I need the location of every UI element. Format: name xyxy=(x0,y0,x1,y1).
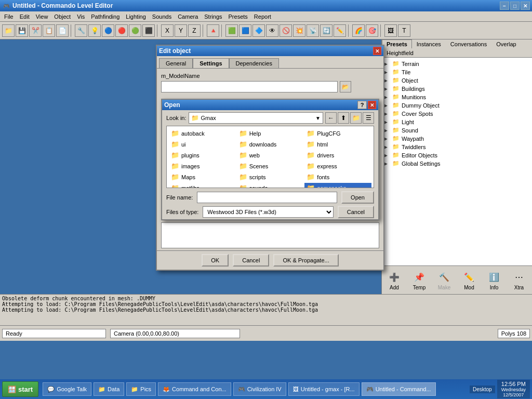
toolbar-button[interactable]: 💥 xyxy=(293,24,305,37)
cancel-button[interactable]: Cancel xyxy=(233,254,269,267)
menu-item-vis[interactable]: Vis xyxy=(74,12,88,21)
toolbar-button[interactable]: 🔴 xyxy=(115,24,128,37)
edit-tab-settings[interactable]: Settings xyxy=(193,58,229,68)
menu-item-lighting[interactable]: Lighting xyxy=(123,12,149,21)
file-item[interactable]: 📁Help xyxy=(237,128,304,138)
tree-item[interactable]: ▶📁Waypath xyxy=(384,135,530,143)
toolbar-button[interactable]: 🟩 xyxy=(225,24,238,37)
tree-item[interactable]: ▶📁Cover Spots xyxy=(384,110,530,118)
toolbar-button[interactable]: ✂️ xyxy=(29,24,42,37)
file-item[interactable]: 📁html xyxy=(304,139,371,149)
panel-tab-instances[interactable]: Instances xyxy=(412,39,446,48)
maximize-button[interactable]: □ xyxy=(510,2,520,10)
menu-item-object[interactable]: Object xyxy=(51,12,74,21)
open-file-button[interactable]: Open xyxy=(341,191,374,204)
toolbar-button[interactable]: Y xyxy=(175,24,187,37)
tree-item[interactable]: ▶📁Munitions xyxy=(384,93,530,101)
menu-item-file[interactable]: File xyxy=(1,12,17,21)
panel-tab-conversations[interactable]: Conversations xyxy=(446,39,491,48)
edit-dialog-close[interactable]: ✕ xyxy=(373,47,381,55)
toolbar-button[interactable]: 💡 xyxy=(88,24,101,37)
file-item[interactable]: 📁sounds xyxy=(237,183,304,188)
action-button-info[interactable]: ℹ️Info xyxy=(484,269,504,291)
action-button-xtra[interactable]: ⋯Xtra xyxy=(509,269,529,291)
file-item[interactable]: 📁PlugCFG xyxy=(304,128,371,138)
open-dialog-close[interactable]: ✕ xyxy=(368,101,376,109)
toolbar-button[interactable]: 📄 xyxy=(56,24,69,37)
toolbar-button[interactable]: ⬛ xyxy=(142,24,155,37)
tree-item[interactable]: ▶📁Twiddlers xyxy=(384,143,530,151)
toolbar-button[interactable]: ✏️ xyxy=(334,24,346,37)
toolbar-button[interactable]: 🔄 xyxy=(320,24,332,37)
toolbar-button[interactable]: 🎯 xyxy=(366,24,378,37)
taskbar-item[interactable]: 📁Pics xyxy=(126,382,156,396)
taskbar-item[interactable]: 🦊Command and Con... xyxy=(158,382,231,396)
file-item[interactable]: 📁drivers xyxy=(304,150,371,160)
toolbar-button[interactable]: 📡 xyxy=(307,24,319,37)
file-item[interactable]: 📁Scenes xyxy=(237,161,304,171)
tree-item[interactable]: ▶📁Object xyxy=(384,76,530,85)
close-button[interactable]: ✕ xyxy=(521,2,530,10)
menu-item-view[interactable]: View xyxy=(33,12,51,21)
file-item[interactable]: 📁gamepacks xyxy=(304,183,371,188)
tree-item[interactable]: ▶📁Buildings xyxy=(384,85,530,93)
toolbar-button[interactable]: 📋 xyxy=(43,24,55,37)
toolbar-button[interactable]: 🔧 xyxy=(75,24,87,37)
panel-tab-presets[interactable]: Presets xyxy=(382,39,412,48)
toolbar-button[interactable]: 🟦 xyxy=(239,24,251,37)
start-button[interactable]: 🪟 start xyxy=(2,381,38,397)
taskbar-item[interactable]: 🖼Untitled - gmax - [R... xyxy=(288,382,360,396)
toolbar-button[interactable]: 🚫 xyxy=(280,24,292,37)
edit-tab-general[interactable]: General xyxy=(159,58,193,68)
tree-item[interactable]: ▶📁Global Settings xyxy=(384,159,530,168)
menu-item-report[interactable]: Report xyxy=(251,12,274,21)
tree-item[interactable]: ▶📁Tile xyxy=(384,68,530,76)
nav-up-button[interactable]: ⬆ xyxy=(338,112,349,124)
taskbar-item[interactable]: 🎮Untitled - Command... xyxy=(362,382,436,396)
toolbar-button[interactable]: Z xyxy=(188,24,201,37)
nav-back-button[interactable]: ← xyxy=(325,112,337,124)
file-item[interactable]: 📁matlibs xyxy=(169,183,236,188)
browse-button[interactable]: 📂 xyxy=(340,81,351,92)
look-in-combo[interactable]: 📁 Gmax ▼ xyxy=(189,112,323,124)
nav-new-folder-button[interactable]: 📁 xyxy=(350,112,362,124)
edit-tab-dependencies[interactable]: Dependencies xyxy=(229,58,279,68)
file-name-input[interactable] xyxy=(197,192,337,203)
open-dialog-help[interactable]: ? xyxy=(357,101,367,109)
file-item[interactable]: 📁Maps xyxy=(169,172,236,182)
ok-propagate-button[interactable]: OK & Propagate... xyxy=(273,254,338,267)
file-item[interactable]: 📁scripts xyxy=(237,172,304,182)
toolbar-button[interactable]: X xyxy=(161,24,174,37)
minimize-button[interactable]: − xyxy=(500,2,509,10)
taskbar-item[interactable]: 🎮Civilization IV xyxy=(233,382,286,396)
taskbar-item[interactable]: 💬Google Talk xyxy=(43,382,91,396)
action-button-mod[interactable]: ✏️Mod xyxy=(459,269,480,291)
toolbar-button[interactable]: 👁 xyxy=(266,24,278,37)
file-item[interactable]: 📁express xyxy=(304,161,371,171)
action-button-add[interactable]: ➕Add xyxy=(384,269,405,291)
toolbar-button[interactable]: 🟢 xyxy=(129,24,141,37)
toolbar-button[interactable]: 🔺 xyxy=(207,24,219,37)
toolbar-button[interactable]: T xyxy=(398,24,410,37)
toolbar-button[interactable]: 📁 xyxy=(2,24,15,37)
menu-item-edit[interactable]: Edit xyxy=(17,12,33,21)
file-item[interactable]: 📁plugins xyxy=(169,150,236,160)
tree-item[interactable]: ▶📁Light xyxy=(384,118,530,126)
file-item[interactable]: 📁fonts xyxy=(304,172,371,182)
file-item[interactable]: 📁web xyxy=(237,150,304,160)
files-type-combo[interactable]: Westwood 3D Files (*.w3d) xyxy=(203,206,333,218)
toolbar-button[interactable]: 🌈 xyxy=(352,24,365,37)
tree-item[interactable]: ▶📁Editor Objects xyxy=(384,151,530,159)
file-item[interactable]: 📁autoback xyxy=(169,128,236,138)
tree-item[interactable]: ▶📁Dummy Object xyxy=(384,101,530,110)
panel-tab-heightfield[interactable]: Heightfield xyxy=(382,48,418,57)
taskbar-item[interactable]: 📁Data xyxy=(94,382,124,396)
menu-item-pathfinding[interactable]: Pathfinding xyxy=(88,12,123,21)
menu-item-strings[interactable]: Strings xyxy=(201,12,225,21)
file-item[interactable]: 📁images xyxy=(169,161,236,171)
menu-item-presets[interactable]: Presets xyxy=(225,12,251,21)
menu-item-camera[interactable]: Camera xyxy=(175,12,201,21)
action-button-temp[interactable]: 📌Temp xyxy=(409,269,430,291)
nav-view-button[interactable]: ☰ xyxy=(363,112,374,124)
toolbar-button[interactable]: 🖼 xyxy=(384,24,397,37)
